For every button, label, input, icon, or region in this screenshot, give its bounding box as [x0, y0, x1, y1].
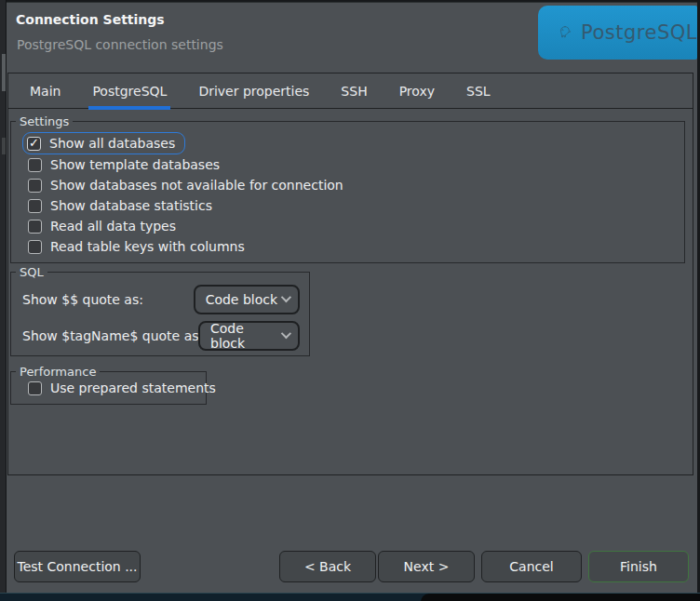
dollar-quote-select[interactable]: Code block	[194, 285, 300, 314]
dropdown-value: Code block	[206, 292, 281, 307]
checkbox-show-template-databases[interactable]: Show template databases	[11, 154, 684, 175]
checkbox-label: Read table keys with columns	[50, 239, 245, 254]
background-window-notch	[2, 54, 6, 91]
tagname-quote-select[interactable]: Code block	[198, 321, 300, 351]
settings-group-label: Settings	[16, 114, 73, 129]
checkbox-label: Use prepared statements	[50, 381, 216, 395]
performance-group-label: Performance	[16, 364, 100, 380]
dialog-footer: Test Connection ... < Back Next > Cancel…	[14, 551, 689, 582]
checkbox-use-prepared-statements[interactable]: Use prepared statements	[11, 378, 206, 398]
tab-postgresql[interactable]: PostgreSQL	[76, 73, 182, 109]
settings-group: Settings Show all databases Show templat…	[10, 121, 685, 263]
checkbox-label: Show all databases	[49, 136, 175, 151]
tab-content: Settings Show all databases Show templat…	[8, 121, 693, 405]
checkbox-read-all-data-types[interactable]: Read all data types	[11, 216, 684, 236]
dollar-quote-row: Show $$ quote as: Code block	[22, 285, 300, 314]
tab-ssl[interactable]: SSL	[451, 73, 506, 109]
checkbox-label: Show databases not available for connect…	[50, 178, 343, 193]
checkbox-read-table-keys[interactable]: Read table keys with columns	[11, 236, 684, 257]
checkbox-label: Read all data types	[50, 219, 176, 234]
checkbox-show-all-databases[interactable]: Show all databases	[27, 134, 175, 153]
checkbox-box[interactable]	[28, 158, 42, 172]
checkbox-box-checked[interactable]	[27, 137, 41, 151]
checkbox-show-databases-not-available[interactable]: Show databases not available for connect…	[11, 175, 684, 195]
page-subtitle: PostgreSQL connection settings	[17, 37, 223, 52]
background-taskbar	[0, 593, 700, 601]
dialog-header: Connection Settings PostgreSQL connectio…	[7, 3, 697, 73]
tab-proxy[interactable]: Proxy	[384, 73, 451, 109]
checkbox-box[interactable]	[28, 381, 42, 395]
checkbox-box[interactable]	[28, 220, 42, 234]
background-window-corner	[421, 594, 700, 601]
dropdown-value: Code block	[210, 321, 281, 351]
next-button[interactable]: Next >	[378, 551, 475, 582]
checkbox-box[interactable]	[28, 199, 42, 213]
tagname-quote-row: Show $tagName$ quote as: Code block	[22, 321, 300, 351]
chevron-down-icon	[281, 291, 291, 301]
back-button[interactable]: < Back	[279, 551, 376, 582]
tab-driver-properties[interactable]: Driver properties	[182, 73, 325, 109]
sql-group: SQL Show $$ quote as: Code block Show $t…	[10, 272, 310, 356]
tab-main[interactable]: Main	[14, 73, 76, 109]
checkbox-show-database-statistics[interactable]: Show database statistics	[11, 195, 684, 216]
checkbox-label: Show database statistics	[50, 198, 212, 213]
performance-group: Performance Use prepared statements	[10, 371, 207, 405]
sql-group-label: SQL	[16, 264, 47, 280]
chevron-down-icon	[281, 327, 291, 338]
dollar-quote-label: Show $$ quote as:	[22, 292, 194, 307]
checkbox-box[interactable]	[28, 179, 42, 193]
cancel-button[interactable]: Cancel	[481, 551, 582, 582]
tagname-quote-label: Show $tagName$ quote as:	[22, 328, 198, 343]
tab-bar: Main PostgreSQL Driver properties SSH Pr…	[8, 73, 693, 109]
background-window-edge	[0, 0, 7, 593]
logo-wordmark: PostgreSQL	[581, 21, 697, 44]
checkbox-focus-ring: Show all databases	[22, 132, 185, 154]
postgresql-logo: PostgreSQL	[538, 6, 697, 60]
checkbox-box[interactable]	[28, 240, 42, 254]
postgresql-elephant-icon	[559, 13, 572, 52]
test-connection-button[interactable]: Test Connection ...	[14, 551, 141, 582]
background-window-notch	[2, 138, 6, 154]
page-title: Connection Settings	[16, 12, 165, 27]
tab-ssh[interactable]: SSH	[325, 73, 383, 109]
settings-tab-panel: Main PostgreSQL Driver properties SSH Pr…	[7, 73, 693, 475]
finish-button[interactable]: Finish	[588, 551, 689, 582]
connection-settings-dialog: Connection Settings PostgreSQL connectio…	[7, 2, 697, 593]
checkbox-label: Show template databases	[50, 157, 220, 172]
